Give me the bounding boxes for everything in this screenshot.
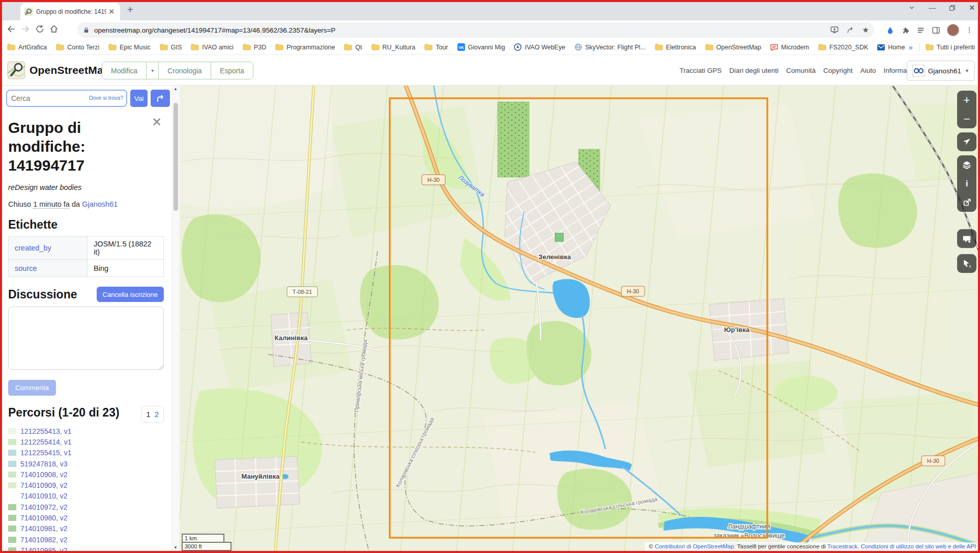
history-button[interactable]: Cronologia [159, 62, 211, 79]
share-page-icon[interactable] [846, 25, 855, 35]
add-note-button[interactable] [957, 229, 976, 248]
all-bookmarks-folder[interactable]: Tutti i preferiti [926, 44, 975, 51]
bookmark-fs2020-sdk[interactable]: FS2020_SDK [818, 44, 868, 51]
tab-close-icon[interactable]: ✕ [108, 7, 115, 16]
show-my-location-button[interactable] [957, 132, 976, 151]
install-app-icon[interactable] [830, 25, 839, 35]
search-go-button[interactable]: Vai [130, 90, 148, 107]
bookmark-home[interactable]: Home [877, 44, 905, 51]
way-link[interactable]: 714010985, v2 [20, 546, 68, 553]
extensions-puzzle-icon[interactable] [901, 26, 910, 35]
url-text[interactable]: openstreetmap.org/changeset/141994717#ma… [94, 26, 830, 34]
terms-link[interactable]: Condizioni di utilizzo del sito web e de… [861, 543, 976, 549]
bookmark-p3d[interactable]: P3D [243, 44, 266, 51]
bookmark-ru-kultura[interactable]: RU_Kultura [371, 44, 416, 51]
osm-nav-link-diari-degli-utenti[interactable]: Diari degli utenti [729, 67, 779, 74]
bookmark-tour[interactable]: Tour [424, 44, 448, 51]
map-viewport[interactable]: Зеленівка Калинівка Мануйлівка Юр'ївка Л… [179, 86, 980, 553]
way-link[interactable]: 714010910, v2 [20, 492, 68, 500]
way-color-swatch [8, 493, 16, 499]
osm-logo-and-brand[interactable]: OpenStreetMap [7, 61, 110, 79]
new-tab-button[interactable]: + [127, 4, 133, 16]
bookmark-epic-music[interactable]: Epic Music [108, 44, 150, 51]
town-park [555, 233, 563, 241]
way-link[interactable]: 714010972, v2 [20, 503, 68, 511]
browser-tab[interactable]: Gruppo di modifiche: 141994717 ✕ [20, 3, 120, 20]
user-menu-button[interactable]: Gjanosh61 ▼ [907, 61, 975, 81]
restore-window-icon[interactable] [949, 5, 956, 11]
way-link[interactable]: 714010909, v2 [20, 481, 68, 489]
way-link[interactable]: 1212255414, v1 [20, 438, 71, 446]
side-panel-icon[interactable] [932, 26, 940, 35]
tracestrack-link[interactable]: Tracestrack [827, 543, 858, 549]
way-list-item: 714010981, v2 [8, 523, 164, 534]
scroll-up-icon[interactable]: ▲ [174, 87, 178, 91]
edit-button[interactable]: Modifica [102, 62, 147, 79]
back-icon[interactable] [4, 24, 18, 36]
bookmark-qt[interactable]: Qt [344, 44, 362, 51]
bookmark-artgrafica[interactable]: ArtGrafica [7, 44, 47, 51]
reload-icon[interactable] [33, 24, 47, 36]
way-link[interactable]: 714010981, v2 [20, 524, 68, 533]
bookmark-label: IVAO amici [202, 44, 234, 51]
map-canvas[interactable]: Зеленівка Калинівка Мануйлівка Юр'ївка Л… [179, 86, 980, 553]
map-key-button[interactable]: i [957, 174, 976, 193]
where-is-it-link[interactable]: Dove si trova? [89, 95, 123, 101]
bookmark-star-icon[interactable]: ★ [862, 25, 869, 35]
share-button[interactable] [957, 193, 976, 212]
comment-submit-button[interactable]: Commenta [8, 380, 56, 396]
author-link[interactable]: Gjanosh61 [82, 200, 118, 208]
droplet-extension-icon[interactable] [886, 26, 895, 35]
bookmarks-overflow-chevron[interactable]: » [909, 43, 913, 51]
bookmark-microdem[interactable]: Microdem [770, 44, 809, 51]
tag-key-link[interactable]: created_by [15, 244, 51, 252]
list-extension-icon[interactable] [916, 26, 925, 35]
sidebar-scrollbar[interactable]: ▲ ▼ [172, 86, 180, 551]
way-link[interactable]: 714010980, v2 [20, 514, 68, 522]
osm-nav-link-tracciati-gps[interactable]: Tracciati GPS [680, 67, 722, 74]
export-button[interactable]: Esporta [211, 62, 253, 79]
bookmark-conto-terzi[interactable]: Conto Terzi [56, 44, 99, 51]
browser-menu-kebab-icon[interactable] [966, 26, 973, 34]
address-bar[interactable]: openstreetmap.org/changeset/141994717#ma… [77, 22, 874, 38]
way-link[interactable]: 714010908, v2 [20, 471, 68, 479]
discussion-comment-textarea[interactable] [8, 307, 164, 370]
way-list-item: 714010910, v2 [8, 491, 164, 502]
bookmark-ivao-webeye[interactable]: IVAO WebEye [514, 43, 565, 51]
user-menu-caret-icon: ▼ [965, 68, 969, 73]
bookmark-elettronica[interactable]: Elettronica [655, 44, 696, 51]
page-2-link[interactable]: 2 [155, 410, 159, 419]
unsubscribe-button[interactable]: Cancella iscrizione [97, 287, 164, 302]
shield-h30-south: Н-30 [927, 458, 939, 464]
osm-nav-link-copyright[interactable]: Copyright [823, 67, 853, 74]
forward-icon[interactable] [18, 24, 33, 36]
minimize-icon[interactable]: — [929, 4, 936, 11]
bookmark-skyvector-flight-pl-[interactable]: SkyVector: Flight Pl... [574, 43, 646, 51]
bookmarks-bar: ArtGraficaConto TerziEpic MusicGISIVAO a… [0, 40, 980, 55]
close-window-icon[interactable]: ✕ [969, 4, 975, 11]
way-link[interactable]: 1212255413, v1 [20, 427, 71, 435]
edit-dropdown-caret-icon[interactable]: ▾ [147, 62, 159, 79]
query-features-button[interactable]: ? [957, 254, 976, 273]
directions-button[interactable] [151, 90, 170, 107]
contributors-link[interactable]: Contributori di OpenStreetMap [655, 543, 734, 549]
way-link[interactable]: 1212255415, v1 [20, 449, 71, 457]
tab-search-chevron-icon[interactable] [908, 4, 915, 11]
bookmark-giovanni-mig[interactable]: VKGiovanni Mig [457, 43, 505, 51]
way-link[interactable]: 714010982, v2 [20, 536, 68, 544]
bookmark-programmazione[interactable]: Programmazione [275, 44, 335, 51]
home-icon[interactable] [47, 24, 61, 36]
bookmark-gis[interactable]: GIS [160, 44, 182, 51]
tag-key-link[interactable]: source [15, 264, 37, 272]
zoom-in-button[interactable]: + [957, 91, 976, 109]
osm-nav-link-comunit-[interactable]: Comunità [786, 67, 816, 74]
bookmark-openstreetmap[interactable]: OpenStreetMap [705, 44, 761, 51]
scroll-down-icon[interactable]: ▼ [174, 545, 178, 550]
zoom-out-button[interactable]: − [957, 109, 976, 128]
bookmark-ivao-amici[interactable]: IVAO amici [191, 44, 234, 51]
scrollbar-thumb[interactable] [174, 103, 178, 211]
osm-nav-link-aiuto[interactable]: Aiuto [860, 67, 876, 74]
way-link[interactable]: 519247818, v3 [20, 460, 68, 468]
browser-profile-avatar[interactable] [947, 24, 959, 36]
layers-button[interactable] [957, 155, 976, 174]
